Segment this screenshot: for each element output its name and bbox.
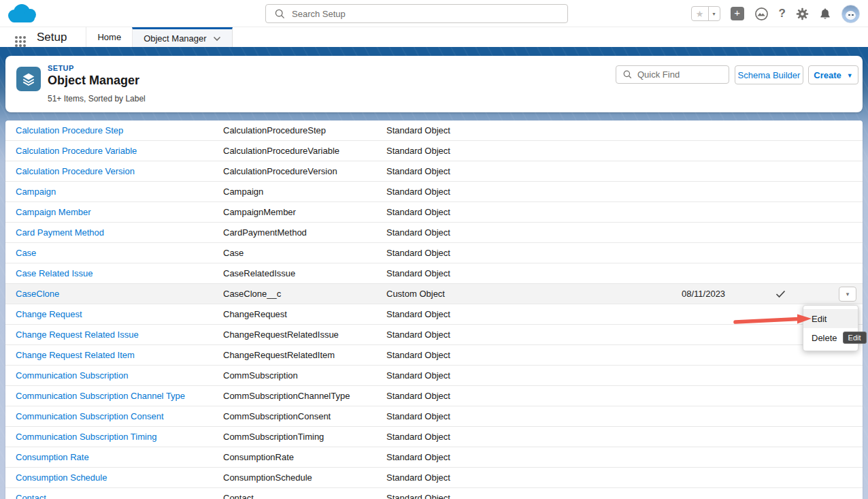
- quick-find-input[interactable]: [637, 69, 712, 80]
- setup-gear-icon[interactable]: [796, 7, 809, 20]
- table-row: Communication Subscription Consent CommS…: [5, 406, 863, 427]
- setup-app-name: Setup: [33, 27, 86, 47]
- object-api-name: ChangeRequestRelatedIssue: [223, 329, 386, 340]
- deployed-check-icon: [775, 290, 786, 298]
- object-type: Standard Object: [386, 329, 673, 340]
- tab-object-manager[interactable]: Object Manager: [132, 27, 233, 47]
- object-api-name: CardPaymentMethod: [223, 227, 386, 238]
- object-label-cell: Communication Subscription: [5, 370, 223, 381]
- table-row: Communication Subscription Timing CommSu…: [5, 427, 863, 447]
- object-table: Calculation Procedure Step CalculationPr…: [5, 120, 863, 499]
- object-link[interactable]: Consumption Rate: [16, 452, 89, 462]
- page-header-card: SETUP Object Manager 51+ Items, Sorted b…: [5, 56, 863, 112]
- table-row: Card Payment Method CardPaymentMethod St…: [5, 223, 863, 243]
- global-search-input[interactable]: [292, 9, 567, 19]
- object-link[interactable]: Case: [16, 248, 36, 258]
- object-type: Standard Object: [386, 350, 673, 360]
- object-label-cell: Campaign Member: [5, 207, 223, 217]
- object-api-name: ConsumptionRate: [223, 452, 386, 462]
- object-type: Standard Object: [386, 309, 673, 319]
- object-manager-icon: [16, 67, 41, 91]
- object-api-name: CommSubscription: [223, 370, 386, 381]
- object-label-cell: Card Payment Method: [5, 227, 223, 238]
- table-row: Change Request Related Item ChangeReques…: [5, 345, 863, 366]
- favorites-star-icon[interactable]: ★: [692, 7, 708, 20]
- tab-home[interactable]: Home: [86, 27, 132, 47]
- table-row: Contact Contact Standard Object ▾: [5, 488, 863, 499]
- object-link[interactable]: Case Related Issue: [16, 268, 93, 278]
- help-icon[interactable]: ?: [779, 7, 786, 20]
- create-button[interactable]: Create ▼: [808, 65, 858, 84]
- object-link[interactable]: Contact: [16, 493, 46, 499]
- global-actions-icon[interactable]: +: [731, 7, 744, 20]
- global-search[interactable]: [265, 4, 568, 23]
- search-icon: [623, 70, 632, 79]
- object-type: Standard Object: [386, 452, 673, 462]
- object-link[interactable]: Change Request Related Issue: [16, 329, 139, 340]
- object-type: Standard Object: [386, 370, 673, 381]
- object-type: Standard Object: [386, 207, 673, 217]
- notifications-bell-icon[interactable]: [819, 7, 831, 20]
- object-label-cell: CaseClone: [5, 289, 223, 299]
- object-label-cell: Calculation Procedure Variable: [5, 146, 223, 156]
- quick-find[interactable]: [616, 65, 729, 84]
- menu-item-edit[interactable]: Edit: [803, 309, 858, 328]
- object-link[interactable]: Campaign: [16, 187, 56, 197]
- table-row: Campaign Campaign Standard Object ▾: [5, 182, 863, 202]
- object-label-cell: Case Related Issue: [5, 268, 223, 278]
- object-link[interactable]: Change Request: [16, 309, 82, 319]
- object-link[interactable]: Calculation Procedure Version: [16, 166, 135, 176]
- table-row: Consumption Schedule ConsumptionSchedule…: [5, 468, 863, 488]
- object-label-cell: Communication Subscription Consent: [5, 411, 223, 421]
- table-row: CaseClone CaseClone__c Custom Object 08/…: [5, 284, 863, 304]
- object-link[interactable]: Consumption Schedule: [16, 472, 107, 483]
- object-label-cell: Communication Subscription Timing: [5, 432, 223, 442]
- row-actions-context-menu: Edit Delete Edit: [803, 305, 858, 351]
- object-type: Standard Object: [386, 432, 673, 442]
- table-row: Communication Subscription CommSubscript…: [5, 366, 863, 386]
- object-link[interactable]: Communication Subscription Channel Type: [16, 391, 185, 401]
- object-link[interactable]: Campaign Member: [16, 207, 91, 217]
- object-label-cell: Change Request: [5, 309, 223, 319]
- item-count: 51+ Items, Sorted by Label: [48, 94, 146, 103]
- object-type: Standard Object: [386, 268, 673, 278]
- app-launcher-icon[interactable]: [0, 27, 33, 47]
- guidance-icon[interactable]: [754, 7, 769, 21]
- table-row: Communication Subscription Channel Type …: [5, 386, 863, 406]
- row-menu-cell: ▾: [816, 287, 863, 302]
- object-api-name: ChangeRequest: [223, 309, 386, 319]
- schema-builder-button[interactable]: Schema Builder: [735, 65, 803, 84]
- object-label-cell: Campaign: [5, 187, 223, 197]
- menu-item-delete[interactable]: Delete Edit: [803, 328, 858, 347]
- object-label-cell: Consumption Schedule: [5, 472, 223, 483]
- object-link[interactable]: Communication Subscription Timing: [16, 432, 156, 442]
- setup-nav-bar: Setup Home Object Manager: [0, 27, 868, 47]
- setup-content-area: SETUP Object Manager 51+ Items, Sorted b…: [0, 47, 868, 499]
- object-api-name: Contact: [223, 493, 386, 499]
- object-link[interactable]: CaseClone: [16, 289, 59, 299]
- object-type: Custom Object: [386, 289, 673, 299]
- favorites-split-button: ★ ▾: [691, 6, 720, 21]
- row-actions-menu-button[interactable]: ▾: [839, 287, 856, 302]
- object-type: Standard Object: [386, 187, 673, 197]
- object-link[interactable]: Card Payment Method: [16, 227, 104, 238]
- favorites-caret-icon[interactable]: ▾: [708, 7, 720, 20]
- avatar[interactable]: [841, 5, 860, 23]
- last-modified-date: 08/11/2023: [673, 289, 745, 299]
- object-link[interactable]: Communication Subscription Consent: [16, 411, 164, 421]
- search-icon: [275, 9, 285, 19]
- object-link[interactable]: Calculation Procedure Variable: [16, 146, 137, 156]
- table-row: Case Case Standard Object ▾: [5, 243, 863, 263]
- object-link[interactable]: Change Request Related Item: [16, 350, 135, 360]
- object-type: Standard Object: [386, 248, 673, 258]
- object-label-cell: Change Request Related Item: [5, 350, 223, 360]
- object-link[interactable]: Calculation Procedure Step: [16, 125, 123, 135]
- table-row: Change Request ChangeRequest Standard Ob…: [5, 304, 863, 325]
- object-type: Standard Object: [386, 146, 673, 156]
- table-row: Case Related Issue CaseRelatedIssue Stan…: [5, 263, 863, 284]
- object-label-cell: Calculation Procedure Step: [5, 125, 223, 135]
- object-link[interactable]: Communication Subscription: [16, 370, 128, 381]
- object-label-cell: Contact: [5, 493, 223, 499]
- object-api-name: CaseClone__c: [223, 289, 386, 299]
- object-label-cell: Change Request Related Issue: [5, 329, 223, 340]
